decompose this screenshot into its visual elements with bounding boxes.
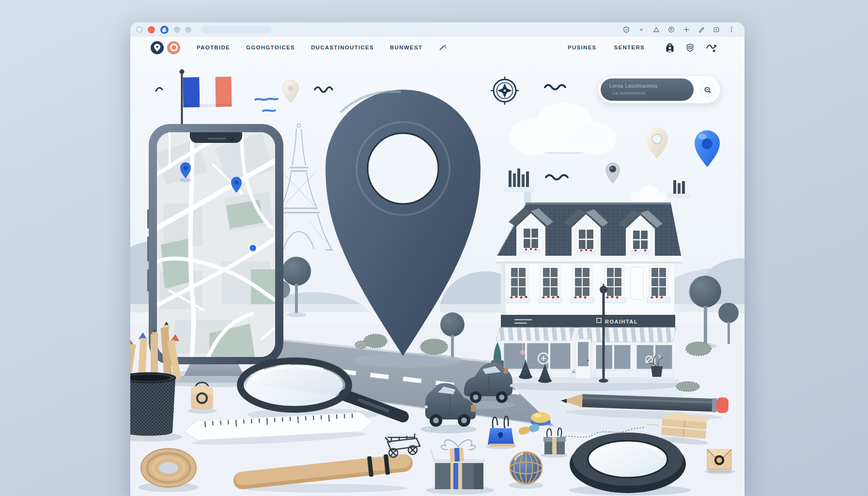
edit-pen-icon[interactable] xyxy=(438,44,447,51)
close-dot[interactable] xyxy=(148,26,155,33)
desktop-background: { "chrome": { "address_text": "", "left_… xyxy=(0,0,868,496)
hero-illustration: ROAIHTAL xyxy=(130,58,744,496)
nav-item-senters[interactable]: SENTERS xyxy=(614,45,645,50)
browser-logo-icon[interactable] xyxy=(160,25,169,34)
magnifier-icon xyxy=(704,86,712,94)
site-navbar: PAOTBIDE GGOHGTOICES DUCASTINOUTICES BUN… xyxy=(130,37,744,58)
overflow-menu-icon[interactable] xyxy=(728,26,735,33)
ring-logo[interactable] xyxy=(167,41,180,54)
tab-dot[interactable] xyxy=(185,27,191,33)
shield-icon[interactable] xyxy=(623,26,630,33)
address-bar[interactable] xyxy=(201,26,272,33)
search-placeholder-line2: La ouastooszus xyxy=(613,90,694,95)
search-placeholder-line1: Lorea Lasstmaomia xyxy=(609,83,694,89)
plus-cursor-icon[interactable] xyxy=(683,26,690,33)
search-button[interactable] xyxy=(700,83,715,97)
tab-dot[interactable] xyxy=(174,27,180,33)
nav-item-2[interactable]: GGOHGTOICES xyxy=(246,45,295,50)
nav-right-group: PUSINES SENTERS xyxy=(568,42,717,53)
pen-icon[interactable] xyxy=(698,26,705,33)
shield-badge-icon[interactable] xyxy=(685,43,695,52)
shop-fascia xyxy=(501,315,675,327)
nav-menu: PAOTBIDE GGOHGTOICES DUCASTINOUTICES BUN… xyxy=(197,44,447,51)
circled-r-icon[interactable] xyxy=(668,26,675,33)
chrome-toolbar-icons xyxy=(623,26,735,33)
share-triangle-icon[interactable] xyxy=(653,26,660,33)
window-control-dot[interactable] xyxy=(136,26,143,33)
shop-sign-text: ROAIHTAL xyxy=(605,319,638,325)
extension-icon[interactable] xyxy=(713,26,720,33)
ring-logo-glyph xyxy=(170,44,178,51)
nav-item-1[interactable]: PAOTBIDE xyxy=(197,45,230,50)
awning-left xyxy=(496,327,574,341)
browser-window: PAOTBIDE GGOHGTOICES DUCASTINOUTICES BUN… xyxy=(130,22,744,496)
share-squiggle-icon[interactable] xyxy=(705,42,717,53)
search-input[interactable]: Lorea Lasstmaomia La ouastooszus xyxy=(601,78,694,101)
smartphone-with-map xyxy=(138,124,293,387)
chevron-down-icon[interactable] xyxy=(638,26,645,33)
nav-item-pusines[interactable]: PUSINES xyxy=(568,45,597,50)
nav-item-4[interactable]: BUNWEST xyxy=(390,45,422,50)
wax-seal-envelope xyxy=(704,450,735,474)
search-bar: Lorea Lasstmaomia La ouastooszus xyxy=(598,76,720,103)
nav-item-3[interactable]: DUCASTINOUTICES xyxy=(311,45,374,50)
rope-coil xyxy=(139,449,199,492)
browser-chrome-bar xyxy=(130,22,744,37)
nav-action-icons xyxy=(665,42,717,53)
lock-badge-icon[interactable] xyxy=(665,42,675,53)
map-screen xyxy=(155,132,275,357)
globe xyxy=(509,452,543,489)
pin-logo[interactable] xyxy=(151,41,164,54)
